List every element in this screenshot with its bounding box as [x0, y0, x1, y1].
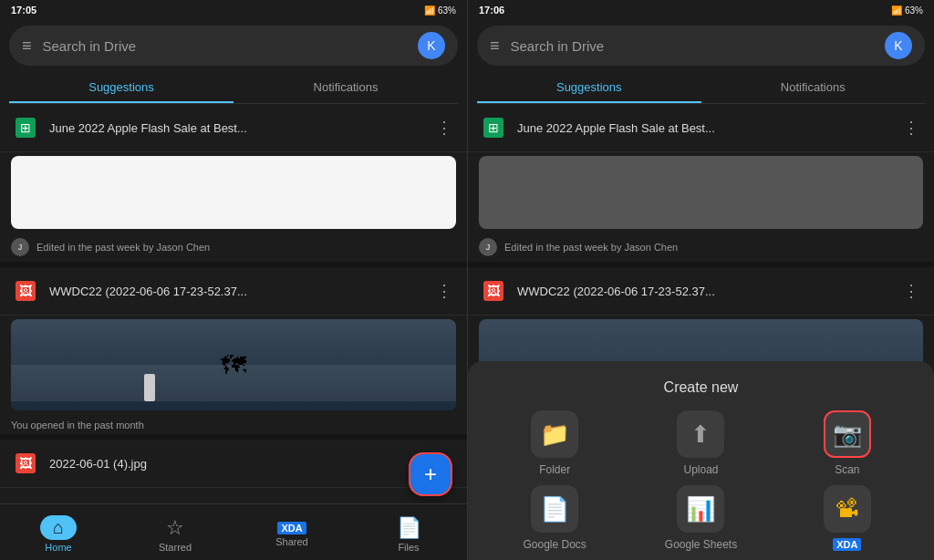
- battery-right: 63%: [905, 5, 923, 16]
- edited-avatar-r1: J: [479, 238, 497, 256]
- tabs-left: Suggestions Notifications: [9, 71, 458, 104]
- file-item-3[interactable]: 🖼 2022-06-01 (4).jpg: [0, 440, 467, 488]
- search-bar-left[interactable]: ≡ Search in Drive K: [9, 26, 458, 66]
- scan-label: Scan: [835, 463, 859, 476]
- file-info-2: WWDC22 (2022-06-06 17-23-52.37...: [49, 285, 423, 298]
- tab-notifications-right[interactable]: Notifications: [701, 71, 926, 103]
- left-phone-panel: 17:05 📶 63% ≡ Search in Drive K Suggesti…: [0, 0, 467, 560]
- folder-icon: 📁: [540, 420, 569, 449]
- file-list-left: ⊞ June 2022 Apple Flash Sale at Best... …: [0, 104, 467, 560]
- preview-white-1: [11, 156, 456, 229]
- search-bar-right[interactable]: ≡ Search in Drive K: [477, 26, 925, 66]
- right-phone-panel: 17:06 📶 63% ≡ Search in Drive K Suggesti…: [467, 0, 934, 560]
- files-icon: 📄: [397, 516, 421, 540]
- preview-image-2: 🗺: [11, 319, 456, 410]
- nav-starred[interactable]: ☆ Starred: [117, 513, 234, 553]
- bottom-nav-left: ⌂ Home ☆ Starred XDA Shared 📄 Files: [0, 503, 467, 560]
- image-icon-3: 🖼: [11, 449, 40, 478]
- edited-text-r1: Edited in the past week by Jason Chen: [504, 242, 678, 253]
- tab-suggestions-left[interactable]: Suggestions: [9, 71, 234, 103]
- battery-left: 63%: [438, 5, 456, 16]
- create-new-overlay: Create new 📁 Folder ⬆ Upload 📷: [468, 361, 934, 560]
- folder-icon-wrap: 📁: [531, 410, 578, 458]
- more-icon-r2[interactable]: ⋮: [899, 277, 923, 305]
- upload-icon-wrap: ⬆: [677, 410, 724, 458]
- nav-shared[interactable]: XDA Shared: [234, 518, 350, 547]
- edited-line-r1: J Edited in the past week by Jason Chen: [468, 234, 934, 262]
- sheets-icon: 📊: [686, 495, 715, 524]
- edited-line-1: J Edited in the past week by Jason Chen: [0, 234, 467, 262]
- status-time-left: 17:05: [11, 5, 36, 16]
- file-info-3: 2022-06-01 (4).jpg: [49, 457, 456, 471]
- file-name-r1: June 2022 Apple Flash Sale at Best...: [517, 121, 890, 135]
- create-scan[interactable]: 📷 Scan: [779, 410, 916, 476]
- scan-icon: 📷: [833, 420, 862, 449]
- file-item-2[interactable]: 🖼 WWDC22 (2022-06-06 17-23-52.37... ⋮: [0, 267, 467, 316]
- create-new-grid: 📁 Folder ⬆ Upload 📷 Scan: [468, 410, 934, 551]
- slides-icon-wrap: 📽: [824, 485, 871, 533]
- scan-icon-wrap: 📷: [824, 410, 871, 458]
- file-name-1: June 2022 Apple Flash Sale at Best...: [49, 121, 423, 135]
- file-name-3: 2022-06-01 (4).jpg: [49, 457, 456, 471]
- preview-gray-r1: [479, 156, 923, 229]
- edited-text-1: Edited in the past week by Jason Chen: [36, 242, 210, 253]
- folder-label: Folder: [539, 463, 570, 476]
- more-icon-1[interactable]: ⋮: [432, 114, 456, 141]
- more-icon-r1[interactable]: ⋮: [899, 114, 923, 141]
- nav-home-label: Home: [45, 542, 71, 553]
- create-new-title: Create new: [468, 379, 934, 396]
- image-icon-2: 🖼: [11, 276, 40, 306]
- search-text-right: Search in Drive: [511, 38, 885, 54]
- opened-text-2: You opened in the past month: [0, 416, 467, 434]
- file-item-r2[interactable]: 🖼 WWDC22 (2022-06-06 17-23-52.37... ⋮: [468, 267, 934, 316]
- nav-home[interactable]: ⌂ Home: [0, 512, 117, 553]
- xda-logo-left: XDA: [277, 522, 306, 534]
- file-info-r1: June 2022 Apple Flash Sale at Best...: [517, 121, 890, 135]
- docs-icon: 📄: [540, 495, 569, 524]
- tab-suggestions-right[interactable]: Suggestions: [477, 71, 701, 103]
- create-upload[interactable]: ⬆ Upload: [632, 410, 769, 476]
- image-icon-r2: 🖼: [479, 276, 508, 306]
- edited-avatar-1: J: [11, 238, 29, 256]
- tabs-right: Suggestions Notifications: [477, 71, 925, 104]
- nav-starred-label: Starred: [159, 542, 192, 553]
- fab-button-left[interactable]: +: [409, 452, 452, 496]
- avatar-left[interactable]: K: [418, 32, 445, 59]
- create-slides[interactable]: 📽 XDA: [779, 485, 916, 551]
- hamburger-icon-left[interactable]: ≡: [22, 36, 32, 56]
- spreadsheet-icon-r1: ⊞: [479, 113, 508, 142]
- status-bar-right: 17:06 📶 63%: [468, 0, 934, 20]
- docs-icon-wrap: 📄: [531, 485, 578, 533]
- shared-xda-area: XDA: [277, 522, 306, 534]
- avatar-right[interactable]: K: [885, 32, 912, 59]
- nav-files[interactable]: 📄 Files: [350, 513, 467, 553]
- hamburger-icon-right[interactable]: ≡: [490, 36, 500, 56]
- sheets-icon-wrap: 📊: [677, 485, 724, 533]
- file-item-1[interactable]: ⊞ June 2022 Apple Flash Sale at Best... …: [0, 104, 467, 152]
- more-icon-2[interactable]: ⋮: [432, 277, 456, 305]
- signal-icon-left: 📶: [424, 5, 435, 16]
- slides-icon: 📽: [835, 495, 859, 524]
- file-info-1: June 2022 Apple Flash Sale at Best...: [49, 121, 423, 135]
- create-sheets[interactable]: 📊 Google Sheets: [632, 485, 769, 551]
- maps-icon: 🗺: [221, 350, 246, 380]
- create-docs[interactable]: 📄 Google Docs: [486, 485, 623, 551]
- file-item-r1[interactable]: ⊞ June 2022 Apple Flash Sale at Best... …: [468, 104, 934, 152]
- file-info-r2: WWDC22 (2022-06-06 17-23-52.37...: [517, 285, 890, 298]
- nav-files-label: Files: [398, 542, 419, 553]
- upload-label: Upload: [683, 463, 718, 476]
- create-folder[interactable]: 📁 Folder: [486, 410, 623, 476]
- docs-label: Google Docs: [523, 538, 586, 551]
- person-figure: [144, 374, 155, 401]
- file-name-2: WWDC22 (2022-06-06 17-23-52.37...: [49, 285, 423, 298]
- wwdc-scene: 🗺: [11, 319, 456, 410]
- status-icons-right: 📶 63%: [891, 5, 923, 16]
- nav-shared-label: Shared: [275, 536, 307, 547]
- file-preview-2: 🗺: [11, 319, 456, 410]
- status-bar-left: 17:05 📶 63%: [0, 0, 467, 20]
- star-icon: ☆: [166, 516, 184, 540]
- spreadsheet-icon-1: ⊞: [11, 113, 40, 142]
- tab-notifications-left[interactable]: Notifications: [234, 71, 458, 103]
- status-icons-left: 📶 63%: [424, 5, 456, 16]
- xda-logo-right: XDA: [833, 538, 861, 551]
